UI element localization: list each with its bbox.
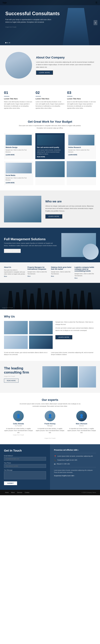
our-experts-title: Our experts <box>4 398 96 402</box>
column-2: 02 Lorem Title Here Lorem in erat nibh f… <box>36 90 64 109</box>
service-website-design: Website Design Sample text. Click to sel… <box>4 133 33 159</box>
expert-card-1: 👤 Celia Almeda Co-Founder In imperdiet e… <box>4 411 33 436</box>
expert-3-role: Director <box>67 425 96 426</box>
message-textarea[interactable] <box>4 471 46 479</box>
contact-info-title[interactable]: Proverius vel efficitur nibh › <box>54 449 96 451</box>
service-website-design-text: Sample text. Click to select the Text El… <box>6 149 32 153</box>
contact-email-item[interactable]: ✉ Aliquam in nibh odio <box>54 463 96 465</box>
why-us-bottom-col-1: Ut enim ad minim veniam, quis nostrud ex… <box>4 352 49 356</box>
four-col-about-us-link[interactable]: More <box>4 276 26 277</box>
why-us-inner: Sample text. Click to select the Text El… <box>4 321 96 349</box>
service-online-research-link[interactable]: LEARN MORE <box>68 154 94 156</box>
three-columns-section: 01 Lorem Title Here Nulla in erat nibh f… <box>0 85 100 115</box>
footer: Home About Services Contact © 2024 Compa… <box>0 490 100 495</box>
our-experts-intro: Ut at lorem ipsum dolor sit amet, exerci… <box>17 403 83 407</box>
service-social-media: Social Media Sample text. Click to selec… <box>4 161 33 185</box>
leading-firm-read-more-button[interactable]: READ MORE <box>4 378 18 382</box>
why-us-learn-more-button[interactable]: LEARN MORE <box>55 335 72 339</box>
why-image-3 <box>4 336 28 349</box>
column-2-divider <box>36 96 41 96</box>
hero-text: Fuet with your body in reprehenderit in … <box>5 18 56 24</box>
footer-link-services[interactable]: Services <box>17 492 22 493</box>
why-image-2 <box>29 321 53 334</box>
hero-dot-1[interactable] <box>5 42 6 43</box>
who-we-are-title: Who we are <box>45 200 96 203</box>
hero-title: Successful Consultants <box>5 11 95 16</box>
service-call-title: Our call service world quality <box>37 146 63 148</box>
service-social-media-title: Social Media <box>6 174 32 176</box>
four-col-property-managers: Property Managers for International Comp… <box>28 266 49 279</box>
four-col-logistics: Logistics company builds company value b… <box>74 266 96 279</box>
full-management-learn-more-button[interactable]: LEARN MORE <box>4 249 21 253</box>
full-management-circle <box>83 244 99 260</box>
services-grid: Website Design Sample text. Click to sel… <box>4 133 96 185</box>
four-col-about-us-title: About Us <box>4 266 26 268</box>
service-call-text: Lorem ipsum dolor sit amet, consectetur … <box>37 149 63 155</box>
why-image-1 <box>4 321 28 334</box>
service-website-design-title: Website Design <box>6 146 32 148</box>
navigation: logo ☰ <box>0 0 100 5</box>
leading-firm-section: The leading consulting firm Images from … <box>0 361 100 393</box>
service-call-link[interactable]: READ MORE <box>37 156 63 158</box>
four-col-about-us: About Us Duis aute irure dolor in repreh… <box>4 266 26 279</box>
leading-firm-text: The leading consulting firm Images from … <box>4 366 40 382</box>
footer-link-about[interactable]: About <box>11 492 14 493</box>
hero-dot-2[interactable] <box>7 42 8 43</box>
about-company-section: About Our Company Lorem ipsum dolor sit … <box>0 45 100 85</box>
about-company-learn-more-button[interactable]: LEARN MORE <box>36 70 53 75</box>
logo: logo <box>3 2 7 4</box>
service-online-research: Online Research Sample text. Click to se… <box>67 133 96 159</box>
why-image-4 <box>29 336 53 349</box>
hero-image-source: Images from Freepik <box>5 26 95 28</box>
service-social-media-link[interactable]: LEARN MORE <box>6 182 32 184</box>
expert-card-3: 👤 Nick Jhonson Director In imperdiet est… <box>67 411 96 436</box>
contact-address-item[interactable]: 📍 Lorem ipsum dolor sit amet, consectetu… <box>54 455 96 458</box>
column-3-title: Lorem Title Here <box>67 98 96 100</box>
service-image-6-bg <box>67 161 96 177</box>
column-2-text: Lorem in erat nibh faucibus tincidunt. I… <box>36 101 64 109</box>
great-work-section: Get Great Work for Your Budget Duis aute… <box>0 115 100 190</box>
full-management-body: Consectetur lorem donec massa sapien fau… <box>4 242 57 247</box>
footer-link-contact[interactable]: Contact <box>25 492 29 493</box>
who-we-are-learn-more-button[interactable]: LEARN MORE <box>45 214 62 218</box>
hero-dot-3[interactable] <box>9 42 10 43</box>
contact-phone-text: Suspenisse fregillt at sem nibh <box>57 459 77 461</box>
service-website-design-link[interactable]: LEARN MORE <box>6 154 32 156</box>
footer-copyright: © 2024 Company Name <box>82 492 96 493</box>
column-3-divider <box>67 96 72 96</box>
why-us-section: Why Us Sample text. Click to select the … <box>0 310 100 361</box>
expert-2-text: In imperdiet est id diam facilisis, in s… <box>36 428 64 434</box>
service-online-research-image <box>68 135 94 146</box>
service-online-research-title: Online Research <box>68 146 94 148</box>
footer-link-home[interactable]: Home <box>5 492 9 493</box>
why-us-bottom-col-2: Lorem ipsum dolor sit amet, consectetur … <box>51 352 96 356</box>
message-label: Your Message <box>4 470 46 471</box>
team-photo-source: Images from Freepik <box>2 307 13 308</box>
service-image-5 <box>35 161 65 185</box>
four-col-property-managers-link[interactable]: More <box>28 276 49 277</box>
contact-info: Proverius vel efficitur nibh › 📍 Lorem i… <box>50 444 100 490</box>
why-us-text: Sample text. Click to select the Text El… <box>55 321 96 349</box>
expert-2-role: Manager <box>36 425 64 426</box>
email-input[interactable] <box>4 457 46 461</box>
phone-input[interactable] <box>4 464 46 468</box>
contact-phone-item[interactable]: 📞 Suspenisse fregillt at sem nibh <box>54 459 96 461</box>
contact-bottom-text: Lorem ipsum dolor sit amet, consectetur … <box>54 469 96 474</box>
expert-3-name: Nick Jhonson <box>67 423 96 425</box>
leading-firm-image-1 <box>42 366 60 388</box>
why-us-body-2: Ut enim ad minim veniam quis nostrud exe… <box>55 327 96 332</box>
leading-firm-image-3 <box>79 366 96 388</box>
expert-1-source: Images from Freepik <box>4 434 33 436</box>
four-col-logistics-link[interactable]: More <box>74 278 96 279</box>
expert-1-text: In imperdiet est id diam facilisis, in s… <box>4 428 33 434</box>
hamburger-icon[interactable]: ☰ <box>96 1 97 4</box>
our-experts-section: Our experts Ut at lorem ipsum dolor sit … <box>0 393 100 444</box>
submit-button[interactable]: SUBMIT <box>4 482 17 485</box>
contact-bottom-link[interactable]: Suspenisse fregillt at sem nibh › <box>54 475 96 476</box>
expert-1-role: Co-Founder <box>4 425 33 426</box>
team-photo-section: Images from Freepik <box>0 283 100 310</box>
footer-links: Home About Services Contact <box>4 492 30 493</box>
column-3: 03 Lorem Title Here Ipsum in erat nibh f… <box>67 90 96 109</box>
who-we-are-image <box>4 196 41 222</box>
four-col-grow-faster-link[interactable]: More <box>51 276 72 277</box>
